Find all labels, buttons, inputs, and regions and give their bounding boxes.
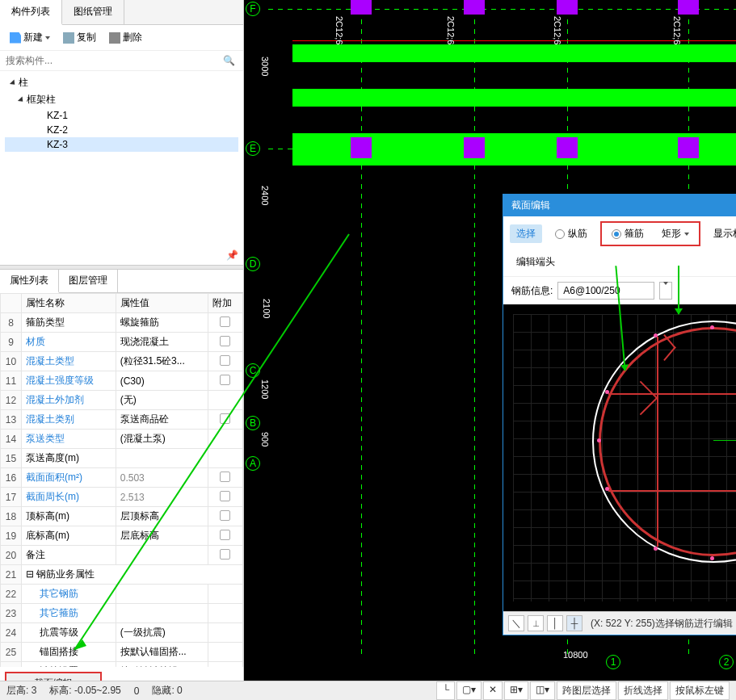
beam-label-2: 2C12;6 (446, 16, 456, 44)
beam-label-1: 2C12;6 (334, 16, 344, 44)
rect-dropdown[interactable]: 矩形 (655, 224, 696, 243)
prop-row[interactable]: 19 底标高(m) 层底标高 (1, 526, 243, 546)
tree-frame[interactable]: 框架柱 (5, 91, 238, 108)
tool-dim[interactable]: ⟂ (528, 615, 544, 631)
tab-drawings[interactable]: 图纸管理 (62, 0, 124, 24)
sb-tool-5[interactable]: ◫▾ (530, 681, 555, 700)
radio-icon (612, 229, 621, 239)
col-value: 属性值 (116, 294, 208, 313)
prop-row[interactable]: 9 材质 现浇混凝土 (1, 333, 243, 352)
splitter[interactable]: 📌 (0, 265, 243, 270)
section-edit-dialog: 截面编辑 ✕ 选择 纵筋 箍筋 矩形 显示标注 删除 清空钢筋 编辑弯钩 编辑端… (503, 194, 736, 635)
axis-row-A: A (246, 456, 260, 471)
copy-button[interactable]: 复制 (58, 28, 101, 47)
prop-row[interactable]: 11 混凝土强度等级 (C30) (1, 371, 243, 391)
rebar-info-input[interactable] (557, 282, 654, 300)
select-button[interactable]: 选择 (510, 224, 542, 243)
tab-components[interactable]: 构件列表 (0, 0, 62, 25)
edit-end-button[interactable]: 编辑端头 (510, 253, 561, 271)
property-grid[interactable]: 属性名称属性值附加 8 箍筋类型 螺旋箍筋 9 材质 现浇混凝土 10 混凝土类… (0, 293, 243, 667)
search-input[interactable] (3, 52, 218, 69)
dialog-status: (X: 522 Y: 255)选择钢筋进行编辑，选择标注进行修改或移动; (591, 617, 736, 631)
prop-row[interactable]: 8 箍筋类型 螺旋箍筋 (1, 313, 243, 333)
sb-tool-4[interactable]: ⊞▾ (504, 681, 528, 700)
sb-tool-1[interactable]: └ (436, 681, 455, 700)
tree-item-kz2[interactable]: KZ-2 (5, 123, 238, 137)
tree-item-kz3[interactable]: KZ-3 (5, 137, 238, 152)
tool-line[interactable]: ＼ (508, 615, 524, 631)
mouse-hint: 按鼠标左键 (670, 681, 730, 700)
cad-canvas[interactable]: F E D C B A 3000 2400 2100 1200 900 2C12… (244, 0, 736, 700)
annotation-arrow-2 (678, 266, 679, 314)
new-button[interactable]: 新建 (5, 28, 55, 47)
copy-icon (63, 32, 74, 44)
prop-row[interactable]: 18 顶标高(m) 层顶标高 (1, 507, 243, 526)
search-bar: 🔍 (0, 51, 243, 71)
long-rebar-radio[interactable]: 纵筋 (549, 224, 594, 243)
caret-icon (663, 282, 668, 296)
dialog-viewport[interactable]: 400 (503, 304, 736, 611)
cross-layer-button[interactable]: 跨图层选择 (557, 681, 616, 700)
dim-v5: 2100 (262, 299, 271, 318)
prop-row[interactable]: 17 截面周长(m) 2.513 (1, 488, 243, 507)
beam-label-4: 2C12;6 (672, 16, 682, 44)
prop-row[interactable]: 14 泵送类型 (混凝土泵) (1, 430, 243, 449)
elev-label: 标高: -0.05~2.95 (49, 684, 120, 698)
col-name: 属性名称 (22, 294, 116, 313)
left-toolbar: 新建 复制 删除 (0, 25, 243, 51)
rebar-info-label: 钢筋信息: (511, 284, 553, 298)
axis-row-E: E (246, 141, 260, 156)
axis-col-1: 1 (606, 655, 620, 669)
prop-row[interactable]: 23 其它箍筋 (1, 604, 243, 623)
tool-mid[interactable]: │ (547, 615, 563, 631)
tab-props[interactable]: 属性列表 (0, 270, 59, 293)
highlighted-group: 箍筋 矩形 (600, 221, 700, 246)
prop-row[interactable]: 10 混凝土类型 (粒径31.5砼3... (1, 352, 243, 371)
prop-group[interactable]: 21⊟ 钢筋业务属性 (1, 565, 243, 585)
zero-label: 0 (134, 685, 140, 697)
stirrup-radio[interactable]: 箍筋 (605, 224, 650, 243)
hide-label: 隐藏: 0 (152, 684, 182, 698)
radio-icon (555, 229, 565, 239)
caret-icon (684, 233, 689, 236)
prop-row[interactable]: 26 计算设置 按默认计算设... (1, 662, 243, 668)
tool-cross[interactable]: ┼ (566, 615, 582, 631)
dim-v3: 1200 (260, 379, 270, 399)
tree-root[interactable]: 柱 (5, 74, 238, 91)
tab-layers[interactable]: 图层管理 (59, 270, 118, 292)
component-tree: 柱 框架柱 KZ-1 KZ-2 KZ-3 (0, 71, 243, 265)
twisty-icon (10, 79, 17, 86)
prop-row[interactable]: 12 混凝土外加剂 (无) (1, 391, 243, 410)
sb-tool-3[interactable]: ✕ (483, 681, 503, 700)
prop-tabs: 属性列表 图层管理 (0, 270, 243, 293)
beam-label-3: 2C12;6 (553, 16, 562, 44)
caret-icon (45, 36, 50, 40)
dim-v1: 3000 (260, 57, 270, 76)
left-tabs: 构件列表 图纸管理 (0, 0, 243, 25)
delete-button[interactable]: 删除 (104, 28, 147, 47)
polyline-select-button[interactable]: 折线选择 (618, 681, 668, 700)
axis-row-B: B (246, 416, 260, 430)
axis-row-C: C (246, 363, 260, 378)
sb-tool-2[interactable]: ▢▾ (456, 681, 482, 700)
dim-v2: 2400 (260, 186, 270, 205)
axis-row-F: F (246, 2, 260, 16)
new-icon (10, 32, 21, 44)
floor-label: 层高: 3 (6, 684, 36, 698)
prop-row[interactable]: 22 其它钢筋 (1, 585, 243, 604)
prop-row[interactable]: 20 备注 (1, 546, 243, 565)
axis-col-2: 2 (719, 655, 734, 669)
tree-item-kz1[interactable]: KZ-1 (5, 108, 238, 123)
prop-row[interactable]: 16 截面面积(m²) 0.503 (1, 468, 243, 488)
pin-icon[interactable]: 📌 (226, 249, 238, 261)
rebar-info-dropdown[interactable] (659, 282, 672, 300)
search-icon[interactable]: 🔍 (218, 55, 240, 66)
prop-row[interactable]: 15 泵送高度(m) (1, 449, 243, 468)
col-extra: 附加 (208, 294, 242, 313)
showdim-button[interactable]: 显示标注 (707, 224, 736, 243)
prop-row[interactable]: 24 抗震等级 (一级抗震) (1, 623, 243, 643)
prop-row[interactable]: 13 混凝土类别 泵送商品砼 (1, 410, 243, 430)
axis-row-D: D (246, 257, 260, 271)
twisty-icon (18, 96, 25, 103)
prop-row[interactable]: 25 锚固搭接 按默认锚固搭... (1, 643, 243, 662)
